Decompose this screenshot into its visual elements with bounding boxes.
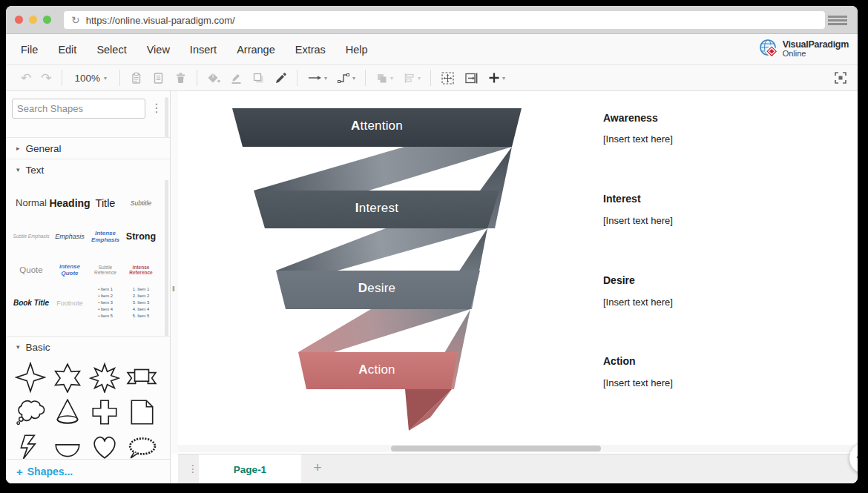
text-style-subtle-emphasis[interactable]: Subtle Emphasis (13, 234, 50, 239)
connector-type-dropdown[interactable]: ▾ (337, 72, 355, 84)
align-dropdown[interactable]: ▾ (403, 72, 421, 85)
maximize-window-button[interactable] (43, 16, 51, 24)
minimize-window-button[interactable] (29, 16, 37, 24)
close-window-button[interactable] (15, 16, 23, 24)
text-styles-grid: Normal Heading Title Subtitle Subtle Emp… (10, 186, 165, 320)
url-text[interactable]: https://online.visual-paradigm.com/ (86, 15, 235, 26)
shape-lightning-icon[interactable] (15, 431, 46, 463)
search-input[interactable] (17, 103, 148, 114)
page-tab-label: Page-1 (234, 464, 266, 475)
format-painter-button[interactable] (274, 72, 287, 85)
horizontal-scrollbar-track[interactable] (178, 445, 858, 452)
fill-color-button[interactable] (207, 72, 220, 85)
annotation-body[interactable]: [Insert text here] (603, 377, 673, 388)
funnel-connector-2[interactable] (276, 228, 487, 271)
fit-to-selection-button[interactable] (441, 71, 455, 85)
tab-page-1[interactable]: Page-1 (199, 454, 301, 483)
shape-cloud-callout-icon[interactable] (15, 397, 46, 428)
address-bar[interactable]: ↻ https://online.visual-paradigm.com/ (64, 11, 825, 29)
line-color-button[interactable] (230, 72, 243, 85)
annotation-body[interactable]: [Insert text here] (603, 215, 673, 226)
connector-style-dropdown[interactable]: ▾ (307, 72, 327, 84)
shape-note-page-icon[interactable] (126, 397, 157, 428)
redo-icon[interactable]: ↷ (41, 72, 51, 85)
shape-cone-icon[interactable] (52, 397, 83, 428)
add-page-button[interactable]: + (309, 460, 326, 476)
resize-page-button[interactable] (464, 72, 479, 85)
funnel-connector-3[interactable] (298, 309, 470, 352)
annotation-title-action[interactable]: Action (603, 355, 636, 367)
annotation-body[interactable]: [Insert text here] (603, 297, 673, 308)
reload-icon[interactable]: ↻ (71, 14, 80, 26)
page-options-icon[interactable]: ⋮ (188, 463, 198, 474)
text-style-title[interactable]: Title (96, 197, 116, 209)
shape-chord-icon[interactable] (52, 431, 83, 463)
annotation-body[interactable]: [Insert text here] (603, 133, 673, 145)
text-style-bullet-list[interactable]: • Item 1 • Item 2 • Item 3 • Item 4 • It… (98, 286, 113, 320)
menu-select[interactable]: Select (96, 44, 126, 56)
shape-8-point-star-icon[interactable] (89, 362, 120, 393)
menu-extras[interactable]: Extras (295, 44, 326, 56)
text-style-emphasis[interactable]: Emphasis (55, 233, 85, 240)
section-general-label: General (26, 143, 62, 154)
text-style-quote[interactable]: Quote (19, 265, 42, 274)
section-general[interactable]: ▸ General (6, 137, 170, 159)
shape-4-point-star-icon[interactable] (15, 362, 46, 393)
text-style-strong[interactable]: Strong (126, 231, 156, 242)
menu-edit[interactable]: Edit (58, 44, 76, 56)
menu-insert[interactable]: Insert (190, 44, 217, 56)
funnel-label-interest[interactable]: Interest (288, 201, 466, 216)
section-text[interactable]: ▾ Text (6, 159, 170, 180)
text-style-footnote[interactable]: Footnote (56, 300, 83, 307)
toolbar-separator (62, 70, 62, 86)
text-style-subtitle[interactable]: Subtitle (131, 199, 151, 207)
section-basic-label: Basic (26, 342, 50, 353)
text-style-heading[interactable]: Heading (49, 197, 90, 209)
delete-button[interactable] (174, 72, 187, 85)
shape-6-point-star-icon[interactable] (52, 362, 83, 393)
browser-menu-icon[interactable] (828, 16, 847, 25)
diagram-canvas[interactable]: Attention Interest Desire Action Awarene… (178, 91, 858, 454)
search-shapes-box[interactable] (12, 99, 145, 119)
annotation-title-awareness[interactable]: Awareness (603, 112, 658, 124)
horizontal-scrollbar-thumb[interactable] (391, 446, 601, 451)
text-style-subtle-reference[interactable]: Subtle Reference (88, 265, 123, 275)
section-basic[interactable]: ▾ Basic (6, 336, 170, 357)
arrange-order-dropdown[interactable]: ▾ (375, 72, 393, 85)
shape-burst-callout-icon[interactable] (126, 431, 157, 463)
text-style-book-title[interactable]: Book Title (13, 299, 49, 307)
funnel-label-action[interactable]: Action (288, 363, 466, 377)
copy-button[interactable] (130, 72, 142, 85)
funnel-tail[interactable] (405, 389, 452, 431)
menu-file[interactable]: File (21, 44, 38, 56)
collapse-panel-handle[interactable]: ‖ (172, 285, 175, 293)
text-style-intense-quote[interactable]: Intense Quote (52, 263, 88, 277)
chevron-down-icon: ▾ (390, 75, 393, 82)
funnel-label-desire[interactable]: Desire (288, 281, 466, 296)
shape-heart-icon[interactable] (89, 431, 120, 463)
menu-help[interactable]: Help (346, 44, 368, 56)
panel-scrollbar[interactable] (165, 97, 168, 342)
text-style-normal[interactable]: Normal (16, 197, 47, 208)
shape-ribbon-banner-icon[interactable] (126, 362, 157, 393)
zoom-level-dropdown[interactable]: 100% ▾ (72, 73, 111, 84)
menu-view[interactable]: View (147, 44, 170, 56)
annotation-title-desire[interactable]: Desire (603, 274, 635, 286)
fullscreen-button[interactable] (834, 71, 847, 85)
annotation-title-interest[interactable]: Interest (603, 193, 641, 205)
more-shapes-link[interactable]: + Shapes... (6, 459, 170, 483)
panel-options-icon[interactable]: ⋮ (151, 101, 162, 115)
shape-cross-icon[interactable] (89, 397, 120, 428)
toolbar-separator (365, 70, 366, 86)
insert-shape-dropdown[interactable]: ▾ (488, 72, 505, 84)
funnel-label-attention[interactable]: Attention (288, 119, 466, 133)
menu-arrange[interactable]: Arrange (237, 44, 275, 56)
undo-icon[interactable]: ↶ (21, 72, 31, 85)
paste-style-button[interactable] (152, 72, 165, 85)
text-style-numbered-list[interactable]: 1. Item 1 2. Item 2 3. Item 3 4. Item 4 … (133, 286, 150, 320)
toolbar-separator (119, 70, 120, 86)
text-style-intense-reference[interactable]: Intense Reference (123, 265, 159, 275)
text-style-intense-emphasis[interactable]: Intense Emphasis (88, 230, 123, 243)
shadow-button[interactable] (252, 72, 265, 85)
funnel-connector-1[interactable] (254, 147, 512, 191)
